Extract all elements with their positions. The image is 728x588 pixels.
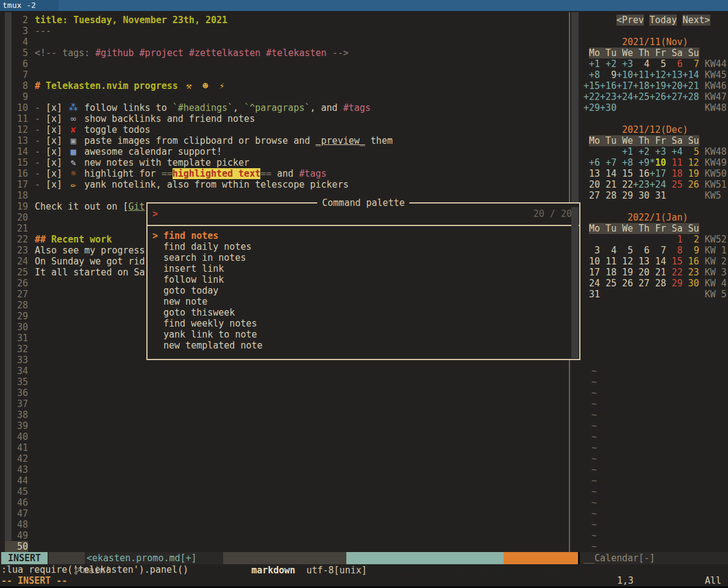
calendar-day[interactable]: +29	[583, 102, 600, 113]
calendar-day[interactable]: 31	[589, 289, 600, 300]
calendar-day[interactable]: +19	[649, 80, 666, 91]
calendar-day[interactable]: +8	[622, 157, 633, 168]
calendar-day[interactable]: 20	[589, 179, 600, 190]
calendar-day[interactable]: 15	[672, 256, 683, 267]
calendar-day[interactable]: 29	[672, 278, 683, 289]
calendar-day[interactable]: +23	[600, 91, 616, 102]
palette-item[interactable]: new note	[148, 296, 579, 307]
calendar-day[interactable]: 27	[589, 190, 600, 201]
command-line[interactable]: :lua require('telekasten').panel()	[1, 564, 188, 575]
calendar-day[interactable]: 9	[694, 245, 699, 256]
calendar-day[interactable]: 11	[605, 256, 616, 267]
calendar-day[interactable]: 19	[622, 267, 633, 278]
calendar-day[interactable]: +13	[666, 69, 682, 80]
palette-item[interactable]: find daily notes	[148, 241, 579, 252]
calendar-day[interactable]: +18	[633, 80, 649, 91]
calendar-day[interactable]: +22	[583, 91, 600, 102]
calendar-day[interactable]: +9	[638, 157, 649, 168]
calendar-day[interactable]: +11	[633, 69, 649, 80]
calendar-day[interactable]: 18	[605, 267, 616, 278]
palette-item[interactable]: search in notes	[148, 252, 579, 263]
calendar-day[interactable]: 12	[622, 256, 633, 267]
calendar-day[interactable]: 8	[677, 245, 683, 256]
calendar-window[interactable]: 2021/11(Nov) Mo Tu We Th Fr Sa Su +1 +2 …	[583, 15, 727, 552]
calendar-day[interactable]: +23	[633, 179, 649, 190]
palette-item[interactable]: goto today	[148, 285, 579, 296]
calendar-day[interactable]: 7	[694, 58, 699, 69]
calendar-day[interactable]: +17	[616, 80, 633, 91]
calendar-day[interactable]: 31	[655, 190, 666, 201]
calendar-day[interactable]: +3	[655, 146, 666, 157]
calendar-day[interactable]: 28	[605, 190, 616, 201]
calendar-day[interactable]: +20	[666, 80, 682, 91]
calendar-day[interactable]: +10	[616, 69, 633, 80]
calendar-day[interactable]: 13	[589, 168, 600, 179]
palette-item[interactable]: yank link to note	[148, 329, 579, 340]
calendar-day[interactable]: 5	[694, 146, 699, 157]
calendar-day[interactable]: 21	[655, 267, 666, 278]
calendar-day[interactable]: +2	[638, 146, 649, 157]
calendar-day[interactable]: +28	[683, 91, 699, 102]
calendar-day[interactable]: +24	[649, 179, 666, 190]
calendar-day[interactable]: 14	[655, 256, 666, 267]
calendar-day[interactable]: 4	[611, 245, 616, 256]
calendar-day[interactable]: +24	[616, 91, 633, 102]
palette-item[interactable]: >find notes	[148, 230, 579, 241]
calendar-day[interactable]: 5	[660, 58, 666, 69]
calendar-day[interactable]: 24	[589, 278, 600, 289]
calendar-day[interactable]: +8	[589, 69, 600, 80]
calendar-day[interactable]: *10	[649, 157, 666, 168]
tabs-segment[interactable]: ≡ [11]tra…	[504, 552, 578, 564]
calendar-day[interactable]: +21	[683, 80, 699, 91]
palette-item[interactable]: insert link	[148, 263, 579, 274]
calendar-day[interactable]: 1	[677, 234, 683, 245]
calendar-day[interactable]: +1	[622, 146, 633, 157]
calendar-day[interactable]: 29	[622, 190, 633, 201]
calendar-day[interactable]: 22	[672, 267, 683, 278]
calendar-day[interactable]: 25	[605, 278, 616, 289]
calendar-day[interactable]: +3	[622, 58, 633, 69]
calendar-day[interactable]: 26	[688, 179, 699, 190]
calendar-day[interactable]: 30	[688, 278, 699, 289]
calendar-day[interactable]: 18	[672, 168, 683, 179]
calendar-day[interactable]: 2	[694, 234, 699, 245]
calendar-day[interactable]: 11	[672, 157, 683, 168]
calendar-day[interactable]: 22	[622, 179, 633, 190]
calendar-day[interactable]: 20	[638, 267, 649, 278]
calendar-day[interactable]: +2	[605, 58, 616, 69]
calendar-day[interactable]: 25	[672, 179, 683, 190]
calendar-day[interactable]: 12	[688, 157, 699, 168]
calendar-day[interactable]: 28	[655, 278, 666, 289]
calendar-day[interactable]: +7	[605, 157, 616, 168]
calendar-day[interactable]: 26	[622, 278, 633, 289]
calendar-day[interactable]: 9	[611, 69, 616, 80]
calendar-day[interactable]: 30	[638, 190, 649, 201]
calendar-day[interactable]: +26	[649, 91, 666, 102]
calendar-day[interactable]: 10	[589, 256, 600, 267]
calendar-day[interactable]: 7	[660, 245, 666, 256]
palette-item[interactable]: new templated note	[148, 340, 579, 351]
calendar-day[interactable]: +14	[683, 69, 699, 80]
calendar-day[interactable]: 27	[638, 278, 649, 289]
calendar-day[interactable]: 21	[605, 179, 616, 190]
calendar-day[interactable]: 16	[638, 168, 649, 179]
calendar-day[interactable]: +6	[589, 157, 600, 168]
palette-scrollbar[interactable]	[571, 207, 579, 358]
calendar-day[interactable]: 16	[688, 256, 699, 267]
calendar-day[interactable]: +25	[633, 91, 649, 102]
calendar-day[interactable]: 5	[627, 245, 633, 256]
calendar-day[interactable]: +17	[649, 168, 666, 179]
palette-prompt[interactable]: > 20 / 20	[148, 204, 579, 226]
calendar-day[interactable]: 13	[638, 256, 649, 267]
calendar-day[interactable]: 3	[594, 245, 600, 256]
calendar-day[interactable]: 23	[688, 267, 699, 278]
calendar-day[interactable]: 15	[622, 168, 633, 179]
palette-item[interactable]: goto thisweek	[148, 307, 579, 318]
calendar-day[interactable]: 4	[644, 58, 649, 69]
calendar-day[interactable]: +30	[600, 102, 616, 113]
calendar-day[interactable]: +15	[583, 80, 600, 91]
calendar-day[interactable]: +1	[589, 58, 600, 69]
calendar-day[interactable]: 14	[605, 168, 616, 179]
calendar-day[interactable]: +27	[666, 91, 682, 102]
calendar-day[interactable]: +12	[649, 69, 666, 80]
